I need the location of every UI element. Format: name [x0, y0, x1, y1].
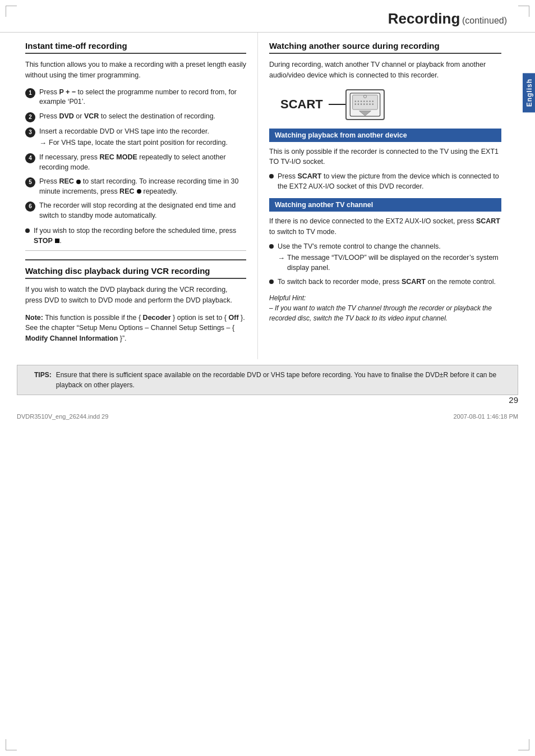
tv-channel-bullet-2: To switch back to recorder mode, press S… — [269, 277, 501, 287]
instant-time-off-section: Instant time-off recording This function… — [25, 41, 246, 246]
svg-point-14 — [366, 103, 368, 105]
tv-loop-text: The message “TV/LOOP” will be displayed … — [287, 253, 501, 273]
corner-mark-br — [518, 739, 529, 750]
page-container: English Recording (continued) Instant ti… — [0, 0, 535, 756]
device-svg — [347, 93, 383, 117]
step-2-text: Press DVD or VCR to select the destinati… — [39, 112, 246, 122]
step-6-number: 6 — [25, 201, 35, 212]
step-4: 4 If necessary, press REC MODE repeatedl… — [25, 153, 246, 172]
footer-right: 2007-08-01 1:46:18 PM — [453, 413, 518, 420]
watching-disc-title-text: Watching disc playback during VCR record… — [25, 266, 210, 276]
left-column: Instant time-off recording This function… — [17, 33, 258, 359]
tv-channel-bullet-1: Use the TV’s remote control to change th… — [269, 242, 501, 273]
step-1-number: 1 — [25, 88, 35, 98]
watching-playback-bullet-text: Press SCART to view the picture from the… — [278, 172, 501, 191]
watching-disc-section: Watching disc playback during VCR record… — [25, 259, 246, 344]
page-title: Recording — [388, 10, 460, 27]
watching-another-source-section: Watching another source during recording… — [269, 41, 501, 120]
step-2-number: 2 — [25, 112, 35, 122]
svg-point-7 — [366, 100, 368, 102]
tips-label: TIPS: — [34, 370, 52, 380]
rec-symbol-2 — [137, 189, 141, 194]
right-column: Watching another source during recording… — [258, 33, 518, 359]
step-6-text: The recorder will stop recording at the … — [39, 201, 246, 221]
footer-left: DVDR3510V_eng_26244.indd 29 — [17, 413, 108, 420]
helpful-hint-text: – If you want to watch the TV channel th… — [269, 304, 492, 322]
step-3-sub: → For VHS tape, locate the start point p… — [39, 138, 246, 148]
step-6: 6 The recorder will stop recording at th… — [25, 201, 246, 221]
svg-point-6 — [363, 100, 365, 102]
step-3-text: Insert a recordable DVD or VHS tape into… — [39, 127, 246, 149]
step-3-sub-text: For VHS tape, locate the start point pos… — [49, 138, 228, 148]
watching-playback-bullet: Press SCART to view the picture from the… — [269, 172, 501, 191]
step-1-text: Press P + − to select the programme numb… — [39, 88, 246, 107]
arrow-icon-2: → — [278, 253, 285, 263]
watching-playback-subsection: Watching playback from another device Th… — [269, 129, 501, 192]
note-label: Note: — [25, 314, 43, 322]
bullet-dot-3 — [269, 244, 274, 249]
scart-label: SCART — [280, 97, 323, 112]
page-number: 29 — [0, 395, 535, 407]
svg-point-13 — [363, 103, 365, 105]
content-area: Instant time-off recording This function… — [0, 33, 535, 359]
corner-mark-tr — [518, 6, 529, 17]
tv-channel-bullet-2-text: To switch back to recorder mode, press S… — [278, 277, 501, 287]
section-divider — [25, 250, 246, 251]
instant-time-off-intro: This function allows you to make a recor… — [25, 59, 246, 81]
watching-playback-intro: This is only possible if the recorder is… — [269, 146, 501, 168]
svg-point-10 — [354, 103, 356, 105]
helpful-hint-title: Helpful Hint: — [269, 294, 306, 302]
page-title-continued: (continued) — [462, 16, 507, 25]
bullet-dot-2 — [269, 174, 274, 178]
helpful-hint: Helpful Hint: – If you want to watch the… — [269, 293, 501, 323]
watching-disc-intro: If you wish to watch the DVD playback du… — [25, 285, 246, 306]
stop-bullet-text: If you wish to stop the recording before… — [34, 226, 246, 246]
scart-line — [329, 104, 345, 105]
instant-time-off-title: Instant time-off recording — [25, 41, 246, 54]
svg-point-4 — [357, 100, 359, 102]
step-3: 3 Insert a recordable DVD or VHS tape in… — [25, 127, 246, 149]
watching-another-source-title-text: Watching another source during recording — [269, 41, 440, 51]
page-header: Recording (continued) — [0, 0, 535, 33]
tv-loop-sub: → The message “TV/LOOP” will be displaye… — [278, 253, 501, 273]
step-2: 2 Press DVD or VCR to select the destina… — [25, 112, 246, 122]
watching-playback-header: Watching playback from another device — [269, 129, 501, 142]
step-5: 5 Press REC to start recording. To incre… — [25, 177, 246, 196]
bullet-dot-4 — [269, 280, 274, 284]
tips-bar: TIPS: Ensure that there is sufficient sp… — [17, 365, 518, 395]
svg-point-11 — [357, 103, 359, 105]
svg-point-12 — [361, 103, 362, 105]
step-1: 1 Press P + − to select the programme nu… — [25, 88, 246, 107]
watching-tv-channel-subsection: Watching another TV channel If there is … — [269, 198, 501, 323]
stop-bullet-item: If you wish to stop the recording before… — [25, 226, 246, 246]
arrow-icon: → — [39, 138, 47, 148]
step-3-number: 3 — [25, 127, 35, 138]
corner-mark-tl — [6, 6, 17, 17]
svg-point-5 — [361, 100, 362, 102]
scart-connector — [329, 89, 385, 120]
tv-channel-bullet-1-text: Use the TV’s remote control to change th… — [278, 242, 501, 273]
watching-tv-channel-header: Watching another TV channel — [269, 198, 501, 212]
scart-device-illustration — [345, 89, 385, 120]
corner-mark-bl — [6, 739, 17, 750]
scart-diagram: SCART — [280, 89, 501, 120]
bullet-dot — [25, 228, 30, 233]
svg-point-15 — [369, 103, 371, 105]
watching-disc-title: Watching disc playback during VCR record… — [25, 266, 246, 279]
svg-point-8 — [369, 100, 371, 102]
steps-list: 1 Press P + − to select the programme nu… — [25, 88, 246, 221]
svg-point-16 — [372, 103, 373, 105]
step-5-number: 5 — [25, 177, 35, 187]
page-footer: DVDR3510V_eng_26244.indd 29 2007-08-01 1… — [0, 410, 535, 423]
watching-another-source-title: Watching another source during recording — [269, 41, 501, 54]
step-4-number: 4 — [25, 153, 35, 163]
svg-rect-1 — [352, 95, 377, 109]
svg-point-3 — [354, 100, 356, 102]
watching-tv-channel-intro: If there is no device connected to the E… — [269, 216, 501, 237]
english-tab: English — [523, 73, 535, 112]
watching-another-source-intro: During recording, watch another TV chann… — [269, 59, 501, 81]
tips-text: Ensure that there is sufficient space av… — [56, 370, 501, 390]
step-5-text: Press REC to start recording. To increas… — [39, 177, 246, 196]
note-text: This function is possible if the { Decod… — [25, 314, 245, 343]
rec-symbol — [76, 180, 81, 184]
